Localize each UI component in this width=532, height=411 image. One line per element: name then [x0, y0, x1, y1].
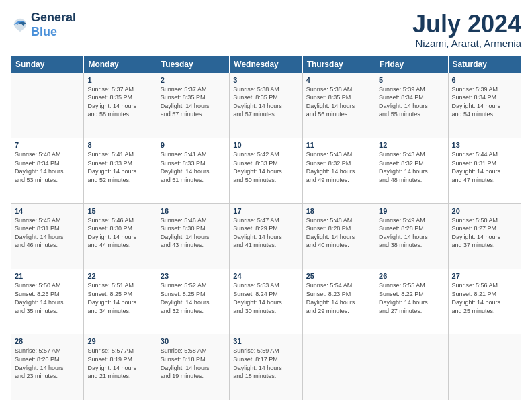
cell-content: Sunrise: 5:48 AM Sunset: 8:28 PM Dayligh…: [306, 216, 371, 250]
day-number: 14: [15, 207, 80, 215]
day-number: 26: [379, 272, 444, 280]
calendar-cell: [11, 73, 84, 138]
calendar-cell: 16Sunrise: 5:46 AM Sunset: 8:30 PM Dayli…: [157, 203, 229, 269]
calendar-body: 1Sunrise: 5:37 AM Sunset: 8:35 PM Daylig…: [11, 73, 521, 400]
day-number: 3: [233, 76, 298, 84]
day-number: 1: [87, 76, 152, 84]
cell-content: Sunrise: 5:54 AM Sunset: 8:23 PM Dayligh…: [306, 281, 371, 315]
cell-content: Sunrise: 5:47 AM Sunset: 8:29 PM Dayligh…: [233, 216, 298, 250]
calendar-cell: 3Sunrise: 5:38 AM Sunset: 8:35 PM Daylig…: [230, 73, 302, 138]
day-number: 19: [379, 207, 444, 215]
calendar-cell: 21Sunrise: 5:50 AM Sunset: 8:26 PM Dayli…: [11, 269, 84, 334]
day-number: 15: [87, 207, 152, 215]
cell-content: Sunrise: 5:59 AM Sunset: 8:17 PM Dayligh…: [233, 347, 298, 380]
col-tuesday: Tuesday: [157, 56, 229, 73]
day-number: 20: [452, 207, 517, 215]
day-number: 5: [379, 76, 444, 84]
calendar-week-row: 28Sunrise: 5:57 AM Sunset: 8:20 PM Dayli…: [11, 334, 521, 400]
col-monday: Monday: [84, 56, 157, 73]
cell-content: Sunrise: 5:46 AM Sunset: 8:30 PM Dayligh…: [87, 216, 152, 250]
calendar-cell: 9Sunrise: 5:41 AM Sunset: 8:33 PM Daylig…: [157, 138, 229, 203]
calendar-week-row: 1Sunrise: 5:37 AM Sunset: 8:35 PM Daylig…: [11, 73, 521, 138]
calendar-cell: 31Sunrise: 5:59 AM Sunset: 8:17 PM Dayli…: [230, 334, 302, 400]
day-number: 21: [15, 272, 80, 280]
logo: General Blue: [11, 11, 76, 39]
cell-content: Sunrise: 5:38 AM Sunset: 8:35 PM Dayligh…: [233, 85, 298, 119]
calendar-cell: 26Sunrise: 5:55 AM Sunset: 8:22 PM Dayli…: [375, 269, 448, 334]
month-year-title: July 2024: [412, 11, 521, 38]
day-number: 28: [15, 337, 80, 345]
cell-content: Sunrise: 5:57 AM Sunset: 8:20 PM Dayligh…: [15, 347, 80, 380]
calendar-cell: 12Sunrise: 5:43 AM Sunset: 8:32 PM Dayli…: [375, 138, 448, 203]
cell-content: Sunrise: 5:42 AM Sunset: 8:33 PM Dayligh…: [233, 150, 298, 184]
calendar-cell: 7Sunrise: 5:40 AM Sunset: 8:34 PM Daylig…: [11, 138, 84, 203]
calendar-cell: 5Sunrise: 5:39 AM Sunset: 8:34 PM Daylig…: [375, 73, 448, 138]
cell-content: Sunrise: 5:51 AM Sunset: 8:25 PM Dayligh…: [87, 281, 152, 315]
day-number: 6: [452, 76, 517, 84]
cell-content: Sunrise: 5:43 AM Sunset: 8:32 PM Dayligh…: [379, 150, 444, 184]
cell-content: Sunrise: 5:56 AM Sunset: 8:21 PM Dayligh…: [452, 281, 517, 315]
cell-content: Sunrise: 5:40 AM Sunset: 8:34 PM Dayligh…: [15, 150, 80, 184]
calendar-week-row: 14Sunrise: 5:45 AM Sunset: 8:31 PM Dayli…: [11, 203, 521, 269]
calendar-cell: 25Sunrise: 5:54 AM Sunset: 8:23 PM Dayli…: [302, 269, 375, 334]
calendar-cell: 19Sunrise: 5:49 AM Sunset: 8:28 PM Dayli…: [375, 203, 448, 269]
cell-content: Sunrise: 5:37 AM Sunset: 8:35 PM Dayligh…: [161, 85, 226, 119]
calendar-cell: 8Sunrise: 5:41 AM Sunset: 8:33 PM Daylig…: [84, 138, 157, 203]
cell-content: Sunrise: 5:57 AM Sunset: 8:19 PM Dayligh…: [87, 347, 152, 380]
day-number: 13: [452, 141, 517, 149]
calendar-cell: 4Sunrise: 5:38 AM Sunset: 8:35 PM Daylig…: [302, 73, 375, 138]
calendar-table: Sunday Monday Tuesday Wednesday Thursday…: [11, 56, 521, 400]
header: General Blue July 2024 Nizami, Ararat, A…: [11, 11, 521, 49]
cell-content: Sunrise: 5:39 AM Sunset: 8:34 PM Dayligh…: [379, 85, 444, 119]
location-subtitle: Nizami, Ararat, Armenia: [412, 38, 521, 49]
day-number: 30: [161, 337, 226, 345]
cell-content: Sunrise: 5:52 AM Sunset: 8:25 PM Dayligh…: [161, 281, 226, 315]
calendar-cell: 14Sunrise: 5:45 AM Sunset: 8:31 PM Dayli…: [11, 203, 84, 269]
col-sunday: Sunday: [11, 56, 84, 73]
calendar-cell: [302, 334, 375, 400]
logo-text: General Blue: [31, 11, 76, 39]
cell-content: Sunrise: 5:41 AM Sunset: 8:33 PM Dayligh…: [161, 150, 226, 184]
calendar-cell: [448, 334, 521, 400]
calendar-cell: 29Sunrise: 5:57 AM Sunset: 8:19 PM Dayli…: [84, 334, 157, 400]
calendar-cell: 1Sunrise: 5:37 AM Sunset: 8:35 PM Daylig…: [84, 73, 157, 138]
calendar-cell: 10Sunrise: 5:42 AM Sunset: 8:33 PM Dayli…: [230, 138, 302, 203]
day-number: 11: [306, 141, 371, 149]
day-number: 27: [452, 272, 517, 280]
day-number: 25: [306, 272, 371, 280]
day-number: 9: [161, 141, 226, 149]
logo-icon: [11, 15, 30, 34]
cell-content: Sunrise: 5:55 AM Sunset: 8:22 PM Dayligh…: [379, 281, 444, 315]
calendar-cell: 6Sunrise: 5:39 AM Sunset: 8:34 PM Daylig…: [448, 73, 521, 138]
col-wednesday: Wednesday: [230, 56, 302, 73]
calendar-cell: 27Sunrise: 5:56 AM Sunset: 8:21 PM Dayli…: [448, 269, 521, 334]
col-saturday: Saturday: [448, 56, 521, 73]
cell-content: Sunrise: 5:45 AM Sunset: 8:31 PM Dayligh…: [15, 216, 80, 250]
cell-content: Sunrise: 5:53 AM Sunset: 8:24 PM Dayligh…: [233, 281, 298, 315]
calendar-cell: 13Sunrise: 5:44 AM Sunset: 8:31 PM Dayli…: [448, 138, 521, 203]
day-number: 17: [233, 207, 298, 215]
calendar-cell: 2Sunrise: 5:37 AM Sunset: 8:35 PM Daylig…: [157, 73, 229, 138]
day-number: 18: [306, 207, 371, 215]
day-number: 16: [161, 207, 226, 215]
calendar-cell: 28Sunrise: 5:57 AM Sunset: 8:20 PM Dayli…: [11, 334, 84, 400]
title-block: July 2024 Nizami, Ararat, Armenia: [412, 11, 521, 49]
day-number: 2: [161, 76, 226, 84]
cell-content: Sunrise: 5:46 AM Sunset: 8:30 PM Dayligh…: [161, 216, 226, 250]
day-number: 23: [161, 272, 226, 280]
day-number: 24: [233, 272, 298, 280]
calendar-week-row: 21Sunrise: 5:50 AM Sunset: 8:26 PM Dayli…: [11, 269, 521, 334]
cell-content: Sunrise: 5:43 AM Sunset: 8:32 PM Dayligh…: [306, 150, 371, 184]
day-number: 31: [233, 337, 298, 345]
cell-content: Sunrise: 5:58 AM Sunset: 8:18 PM Dayligh…: [161, 347, 226, 380]
cell-content: Sunrise: 5:50 AM Sunset: 8:27 PM Dayligh…: [452, 216, 517, 250]
cell-content: Sunrise: 5:49 AM Sunset: 8:28 PM Dayligh…: [379, 216, 444, 250]
calendar-cell: 30Sunrise: 5:58 AM Sunset: 8:18 PM Dayli…: [157, 334, 229, 400]
day-number: 7: [15, 141, 80, 149]
calendar-cell: 17Sunrise: 5:47 AM Sunset: 8:29 PM Dayli…: [230, 203, 302, 269]
col-thursday: Thursday: [302, 56, 375, 73]
day-number: 8: [87, 141, 152, 149]
calendar-cell: 23Sunrise: 5:52 AM Sunset: 8:25 PM Dayli…: [157, 269, 229, 334]
day-number: 10: [233, 141, 298, 149]
calendar-cell: 18Sunrise: 5:48 AM Sunset: 8:28 PM Dayli…: [302, 203, 375, 269]
